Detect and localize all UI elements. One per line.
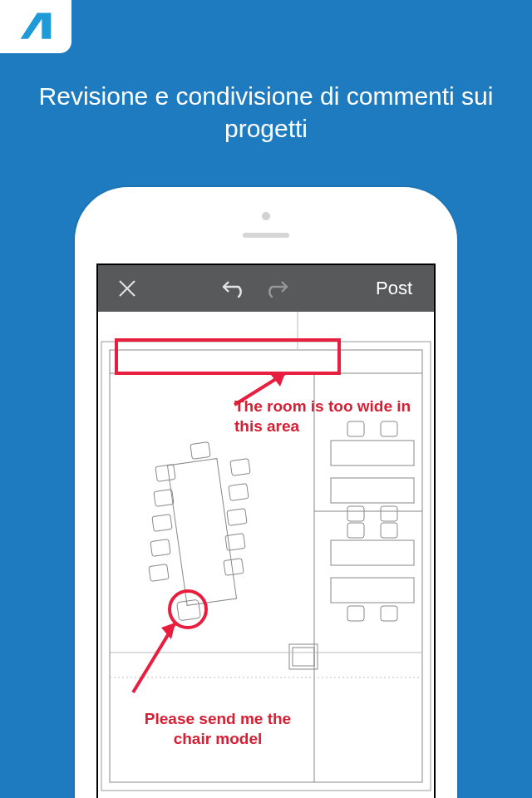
svg-rect-35 bbox=[116, 340, 339, 373]
svg-rect-25 bbox=[331, 540, 414, 565]
svg-rect-7 bbox=[155, 465, 175, 482]
svg-rect-13 bbox=[229, 484, 249, 501]
phone-mockup: Post bbox=[75, 187, 457, 798]
svg-rect-14 bbox=[227, 509, 247, 526]
svg-rect-28 bbox=[381, 523, 397, 538]
svg-rect-29 bbox=[347, 606, 364, 621]
svg-rect-32 bbox=[293, 648, 314, 666]
svg-rect-18 bbox=[177, 599, 201, 620]
svg-rect-12 bbox=[230, 459, 250, 476]
svg-rect-10 bbox=[150, 539, 170, 557]
svg-rect-19 bbox=[331, 441, 414, 466]
svg-rect-30 bbox=[381, 606, 397, 621]
close-icon bbox=[118, 279, 136, 298]
svg-rect-16 bbox=[224, 559, 244, 576]
svg-point-38 bbox=[170, 591, 206, 628]
drawing-canvas[interactable]: The room is too wide in this area Please… bbox=[98, 312, 434, 798]
undo-button[interactable] bbox=[214, 265, 255, 312]
svg-rect-6 bbox=[167, 459, 236, 606]
svg-rect-11 bbox=[149, 564, 169, 582]
top-toolbar: Post bbox=[98, 265, 434, 312]
svg-rect-17 bbox=[190, 442, 210, 460]
autodesk-logo-icon bbox=[17, 8, 54, 45]
svg-rect-24 bbox=[381, 506, 397, 521]
redo-icon bbox=[264, 278, 288, 298]
svg-rect-27 bbox=[347, 523, 364, 538]
svg-rect-9 bbox=[152, 515, 172, 532]
svg-rect-20 bbox=[331, 478, 414, 503]
redo-button[interactable] bbox=[255, 265, 297, 312]
brand-logo-tab bbox=[0, 0, 71, 53]
annotation-text-2: Please send me the chair model bbox=[135, 709, 301, 749]
annotation-text-1: The room is too wide in this area bbox=[234, 397, 417, 436]
post-button[interactable]: Post bbox=[354, 265, 434, 312]
svg-rect-23 bbox=[347, 506, 364, 521]
svg-rect-26 bbox=[331, 578, 414, 603]
close-button[interactable] bbox=[98, 265, 156, 312]
app-screen: Post bbox=[96, 264, 436, 798]
undo-icon bbox=[222, 278, 247, 298]
page-title: Revisione e condivisione di commenti sui… bbox=[0, 80, 532, 145]
